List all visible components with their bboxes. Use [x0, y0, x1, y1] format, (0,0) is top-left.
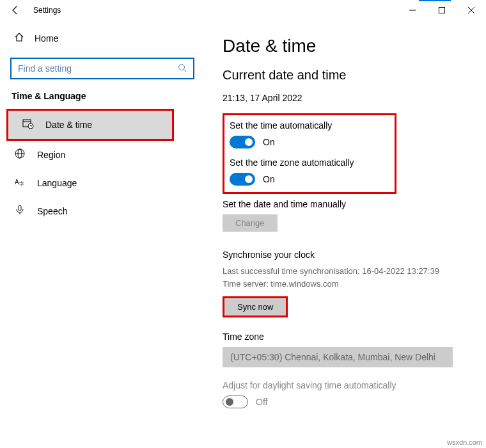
auto-tz-toggle[interactable] [230, 173, 255, 186]
sidebar-item-date-time[interactable]: Date & time [8, 111, 172, 139]
home-nav[interactable]: Home [0, 27, 205, 50]
sidebar-item-label: Date & time [45, 120, 92, 130]
globe-icon [14, 148, 26, 161]
content-pane: Date & time Current date and time 21:13,… [205, 20, 486, 448]
highlight-box-sync: Sync now [223, 296, 288, 317]
tz-select: (UTC+05:30) Chennai, Kolkata, Mumbai, Ne… [223, 347, 453, 367]
sync-server: Time server: time.windows.com [223, 278, 471, 291]
section-title: Time & Language [0, 91, 205, 109]
sidebar: Home Time & Language Date & time Region [0, 20, 205, 448]
search-input[interactable] [18, 63, 178, 74]
sidebar-item-language[interactable]: A字 Language [0, 169, 205, 197]
search-box[interactable] [10, 58, 194, 79]
close-button[interactable] [457, 0, 486, 20]
auto-tz-label: Set the time zone automatically [230, 157, 388, 168]
page-subheading: Current date and time [223, 68, 471, 83]
home-icon [14, 32, 24, 45]
sync-title: Synchronise your clock [223, 250, 471, 260]
microphone-icon [14, 205, 26, 218]
watermark: wsxdn.com [447, 438, 482, 446]
window-title: Settings [33, 6, 61, 15]
auto-tz-state: On [263, 174, 275, 184]
sync-now-button[interactable]: Sync now [224, 298, 286, 316]
sidebar-item-region[interactable]: Region [0, 141, 205, 169]
change-button: Change [223, 214, 278, 232]
dst-state: Off [256, 397, 267, 407]
auto-time-label: Set the time automatically [230, 120, 388, 131]
highlight-box-toggles: Set the time automatically On Set the ti… [223, 113, 396, 194]
maximize-button[interactable] [427, 0, 457, 20]
sidebar-item-speech[interactable]: Speech [0, 197, 205, 225]
home-label: Home [35, 33, 58, 44]
dst-toggle [223, 396, 248, 408]
highlight-box-nav: Date & time [6, 109, 174, 141]
current-datetime: 21:13, 17 April 2022 [223, 93, 471, 103]
svg-rect-1 [439, 8, 445, 13]
svg-point-4 [179, 64, 185, 70]
minimize-button[interactable] [398, 0, 427, 20]
svg-text:字: 字 [19, 181, 24, 187]
search-icon [178, 63, 187, 74]
sidebar-item-label: Speech [37, 206, 67, 216]
manual-label: Set the date and time manually [223, 199, 471, 209]
titlebar: Settings [0, 0, 486, 20]
sidebar-item-label: Language [37, 178, 77, 188]
calendar-clock-icon [22, 118, 34, 132]
auto-time-state: On [263, 137, 275, 147]
dst-label: Adjust for daylight saving time automati… [223, 380, 471, 390]
page-heading: Date & time [223, 36, 471, 56]
svg-rect-16 [19, 205, 21, 211]
tz-title: Time zone [223, 332, 471, 342]
language-icon: A字 [14, 177, 26, 189]
svg-line-5 [184, 69, 187, 72]
sidebar-item-label: Region [37, 150, 65, 160]
svg-text:A: A [15, 179, 19, 186]
back-button[interactable] [5, 0, 26, 20]
auto-time-toggle[interactable] [230, 136, 255, 148]
sync-last: Last successful time synchronisation: 16… [223, 265, 471, 278]
